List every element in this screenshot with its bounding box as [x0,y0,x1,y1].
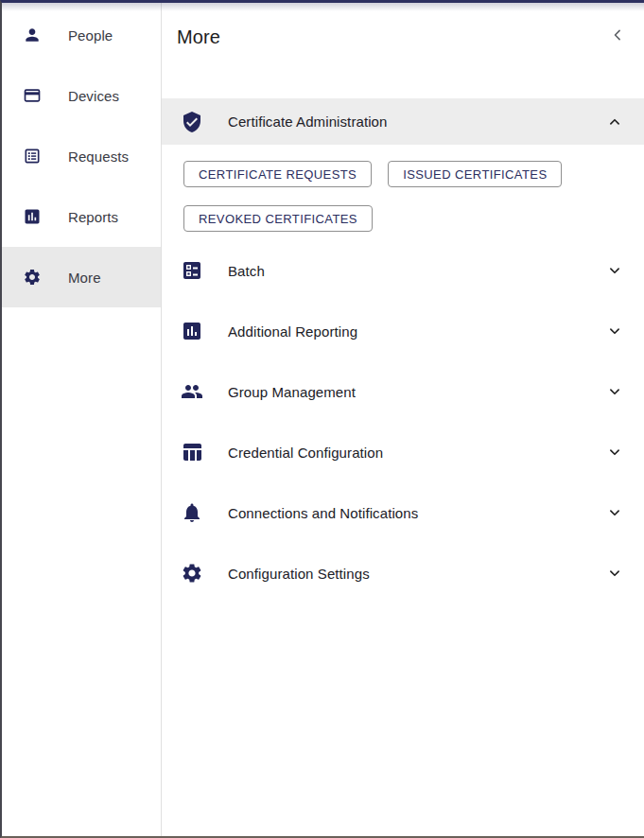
sidebar-item-people[interactable]: People [2,5,161,65]
sidebar: People Devices [2,3,162,836]
certificate-requests-button[interactable]: CERTIFICATE REQUESTS [183,161,372,187]
sidebar-item-label: Devices [68,88,119,104]
chevron-down-icon [606,262,623,279]
section-configuration-settings[interactable]: Configuration Settings [162,543,644,603]
section-additional-reporting[interactable]: Additional Reporting [162,301,644,361]
section-certificate-administration[interactable]: Certificate Administration [162,98,644,145]
page-title: More [177,25,644,49]
sidebar-item-requests[interactable]: Requests [2,126,161,186]
chevron-up-icon [606,113,623,131]
sidebar-item-label: Reports [68,209,118,225]
gear-icon [23,268,42,287]
section-label: Group Management [228,384,356,400]
chevron-down-icon [606,565,623,582]
sidebar-item-reports[interactable]: Reports [2,186,161,247]
section-credential-configuration[interactable]: Credential Configuration [162,422,644,482]
main-panel: More Certificate Administration CERTIFIC… [162,3,644,836]
table-icon [181,441,203,463]
chevron-down-icon [606,323,623,340]
issued-certificates-button[interactable]: ISSUED CERTIFICATES [388,161,562,187]
section-label: Credential Configuration [228,445,383,461]
bell-icon [181,501,203,524]
sidebar-item-more[interactable]: More [2,247,161,307]
shield-check-icon [181,111,203,133]
revoked-certificates-button[interactable]: REVOKED CERTIFICATES [183,205,373,232]
list-icon [23,147,42,166]
gear-icon [181,562,203,585]
chevron-down-icon [606,444,623,461]
sidebar-item-label: Requests [68,148,129,165]
certificate-administration-actions: CERTIFICATE REQUESTS ISSUED CERTIFICATES… [162,145,616,240]
person-icon [23,26,42,44]
chevron-down-icon [606,383,623,400]
ballot-icon [181,259,203,282]
section-group-management[interactable]: Group Management [162,361,644,422]
bar-chart-icon [181,320,203,342]
app-window: People Devices [0,0,644,838]
section-connections-and-notifications[interactable]: Connections and Notifications [162,482,644,543]
section-label: Configuration Settings [228,566,370,582]
bar-chart-icon [23,207,42,226]
chevron-down-icon [606,504,623,521]
section-label: Certificate Administration [228,113,388,130]
sidebar-item-label: People [68,27,113,44]
sidebar-item-label: More [68,270,101,286]
chevron-left-icon [608,26,627,44]
section-label: Additional Reporting [228,323,357,340]
sidebar-item-devices[interactable]: Devices [2,65,161,126]
section-label: Connections and Notifications [228,505,418,521]
group-icon [181,380,203,403]
section-batch[interactable]: Batch [162,240,644,301]
collapse-panel-button[interactable] [608,26,627,44]
section-label: Batch [228,263,265,279]
card-icon [23,86,42,105]
